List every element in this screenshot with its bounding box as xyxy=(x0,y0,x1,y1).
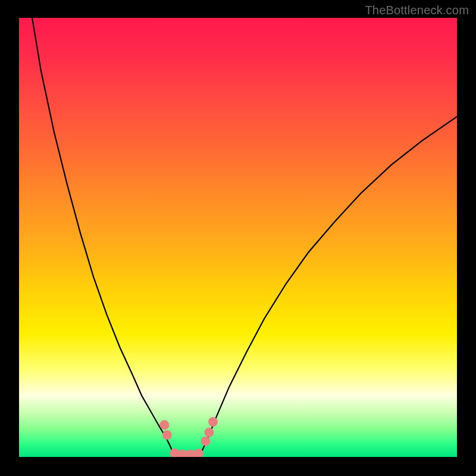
data-marker xyxy=(208,417,218,427)
data-marker xyxy=(204,428,214,437)
chart-frame: TheBottleneck.com xyxy=(0,0,476,476)
data-marker xyxy=(162,430,172,440)
plot-area xyxy=(19,18,457,457)
data-marker xyxy=(178,450,187,457)
chart-svg xyxy=(19,18,457,457)
right-curve xyxy=(201,117,457,453)
watermark-label: TheBottleneck.com xyxy=(365,4,469,17)
markers-group xyxy=(159,417,218,457)
data-marker xyxy=(201,436,211,446)
data-marker xyxy=(159,420,169,430)
left-curve xyxy=(32,18,173,453)
